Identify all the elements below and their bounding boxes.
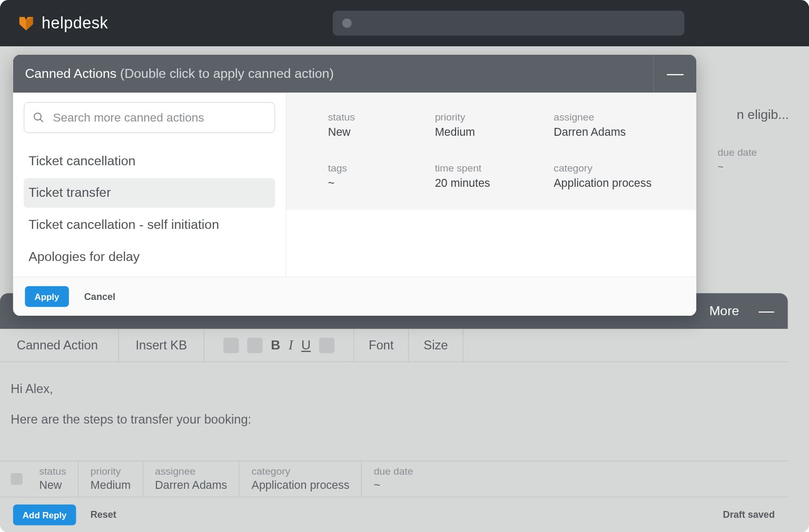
cancel-button[interactable]: Cancel (84, 291, 115, 302)
lbl: priority (91, 466, 131, 478)
lbl: category (252, 466, 350, 478)
canned-search-box[interactable] (24, 102, 275, 133)
lbl: priority (435, 112, 554, 124)
due-label: due date (718, 147, 789, 159)
draft-saved-indicator: Draft saved (723, 509, 775, 520)
popup-title-main: Canned Actions (25, 66, 116, 81)
lbl: status (328, 112, 435, 124)
val: Application process (252, 479, 350, 492)
canned-list: Ticket cancellationTicket transferTicket… (24, 146, 275, 272)
format-box-icon[interactable] (247, 337, 262, 353)
preview-tags: tags ~ (328, 163, 435, 190)
val: New (328, 126, 435, 139)
lbl: due date (374, 466, 413, 478)
add-reply-button[interactable]: Add Reply (13, 504, 76, 525)
popup-header: Canned Actions (Double click to apply ca… (13, 55, 696, 93)
preview-category: category Application process (554, 163, 673, 190)
brand-name: helpdesk (42, 14, 108, 33)
italic-button[interactable]: I (289, 337, 293, 353)
reply-editor[interactable]: Hi Alex, Here are the steps to transfer … (0, 362, 788, 435)
canned-item[interactable]: Ticket cancellation (24, 146, 275, 175)
brand-logo: helpdesk (18, 14, 108, 33)
topbar: helpdesk (0, 0, 809, 46)
svg-point-0 (34, 113, 41, 120)
lbl: status (39, 466, 66, 478)
meta-category: category Application process (252, 461, 362, 497)
val: Darren Adams (554, 126, 673, 139)
fox-icon (18, 15, 35, 32)
svg-line-1 (40, 119, 43, 122)
reset-button[interactable]: Reset (91, 509, 116, 520)
preview-time: time spent 20 minutes (435, 163, 554, 190)
minimize-reply-icon[interactable]: — (753, 298, 780, 324)
editor-line: Hi Alex, (11, 379, 777, 399)
meta-priority: priority Medium (91, 461, 143, 497)
global-search[interactable] (333, 11, 685, 35)
val: ~ (374, 479, 413, 492)
popup-subtitle: (Double click to apply canned action) (120, 66, 334, 81)
val: Medium (91, 479, 131, 492)
ticket-title-truncated: n eligib... (737, 107, 789, 122)
toolbar-insert-kb[interactable]: Insert KB (119, 329, 204, 362)
toolbar-font[interactable]: Font (354, 329, 409, 362)
reply-footer: Add Reply Reset Draft saved (0, 497, 788, 531)
canned-actions-popup: Canned Actions (Double click to apply ca… (13, 55, 696, 316)
canned-search-input[interactable] (53, 111, 266, 124)
format-box-icon[interactable] (319, 337, 334, 353)
editor-toolbar: Canned Action Insert KB B I U Font Size (0, 329, 788, 362)
meta-due: due date ~ (374, 461, 425, 497)
canned-item[interactable]: Ticket cancellation - self initiation (24, 210, 275, 239)
lbl: assignee (554, 112, 673, 124)
val: Medium (435, 126, 554, 139)
popup-footer: Apply Cancel (13, 277, 696, 316)
popup-minimize-icon[interactable]: — (654, 55, 696, 93)
preview-status: status New (328, 112, 435, 139)
format-box-icon[interactable] (223, 337, 239, 353)
toolbar-format-group: B I U (204, 329, 354, 362)
toolbar-size[interactable]: Size (409, 329, 463, 362)
editor-line: Here are the steps to transfer your book… (11, 409, 777, 429)
search-icon (342, 18, 352, 28)
popup-left-panel: Ticket cancellationTicket transferTicket… (13, 93, 287, 277)
lbl: tags (328, 163, 435, 175)
preview-assignee: assignee Darren Adams (554, 112, 673, 139)
meta-due-peek: due date ~ (718, 147, 789, 173)
lbl: time spent (435, 163, 554, 175)
more-menu[interactable]: More (709, 303, 739, 318)
val: Darren Adams (155, 479, 227, 492)
lbl: assignee (155, 466, 227, 478)
val: New (39, 479, 66, 492)
popup-preview-panel: status New priority Medium assignee Darr… (287, 93, 696, 277)
toolbar-canned-action[interactable]: Canned Action (0, 329, 119, 362)
bold-button[interactable]: B (271, 337, 280, 353)
apply-button[interactable]: Apply (25, 286, 68, 307)
meta-checkbox[interactable] (11, 473, 23, 485)
app-window: helpdesk n eligib... due date ~ More — C… (0, 0, 809, 532)
val: Application process (554, 177, 673, 190)
due-value: ~ (718, 161, 789, 173)
ticket-meta-row: status New priority Medium assignee Darr… (0, 460, 788, 497)
val: 20 minutes (435, 177, 554, 190)
meta-status: status New (39, 461, 78, 497)
popup-title: Canned Actions (Double click to apply ca… (25, 66, 333, 81)
val: ~ (328, 177, 435, 190)
canned-item[interactable]: Ticket transfer (24, 178, 275, 207)
popup-pointer-icon (62, 315, 75, 316)
underline-button[interactable]: U (301, 337, 311, 353)
preview-priority: priority Medium (435, 112, 554, 139)
meta-assignee: assignee Darren Adams (155, 461, 240, 497)
canned-item[interactable]: Apologies for delay (24, 242, 275, 272)
lbl: category (554, 163, 673, 175)
search-icon (33, 112, 45, 124)
